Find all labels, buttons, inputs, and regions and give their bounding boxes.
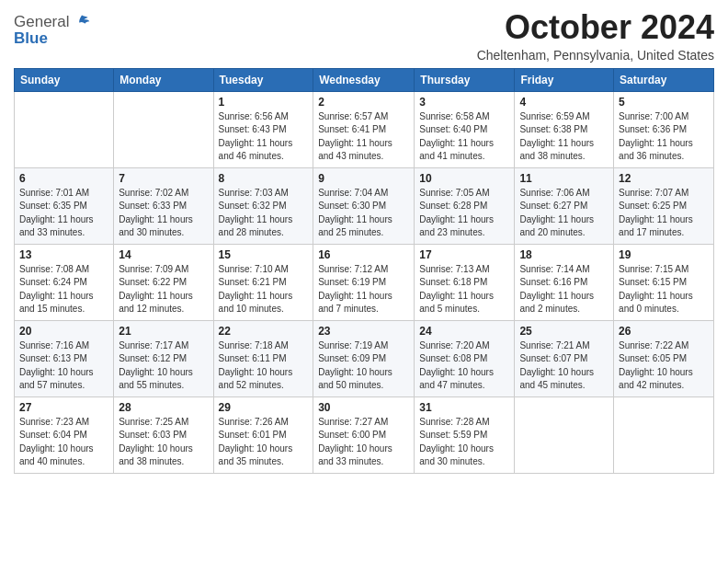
month-title: October 2024 (477, 9, 714, 46)
day-info: Sunrise: 7:25 AMSunset: 6:03 PMDaylight:… (119, 416, 208, 469)
calendar-cell: 24Sunrise: 7:20 AMSunset: 6:08 PMDayligh… (415, 320, 515, 396)
day-info: Sunrise: 6:56 AMSunset: 6:43 PMDaylight:… (219, 110, 309, 164)
day-number: 28 (119, 401, 208, 414)
day-info: Sunrise: 7:01 AMSunset: 6:35 PMDaylight:… (19, 187, 108, 240)
day-info: Sunrise: 7:17 AMSunset: 6:12 PMDaylight:… (119, 339, 208, 393)
day-number: 15 (219, 248, 309, 261)
day-number: 10 (419, 172, 509, 185)
calendar-cell: 11Sunrise: 7:06 AMSunset: 6:27 PMDayligh… (515, 167, 614, 244)
weekday-header-wednesday: Wednesday (313, 68, 415, 91)
day-number: 13 (19, 248, 108, 261)
day-info: Sunrise: 7:20 AMSunset: 6:08 PMDaylight:… (419, 339, 509, 393)
calendar-cell (15, 91, 114, 167)
day-info: Sunrise: 7:10 AMSunset: 6:21 PMDaylight:… (219, 263, 309, 316)
logo-blue-text: Blue (14, 29, 48, 48)
calendar-cell: 29Sunrise: 7:26 AMSunset: 6:01 PMDayligh… (213, 396, 313, 473)
calendar-cell: 10Sunrise: 7:05 AMSunset: 6:28 PMDayligh… (415, 167, 515, 244)
day-info: Sunrise: 6:58 AMSunset: 6:40 PMDaylight:… (419, 110, 509, 164)
calendar-cell: 16Sunrise: 7:12 AMSunset: 6:19 PMDayligh… (313, 244, 415, 320)
day-number: 27 (19, 401, 108, 414)
day-info: Sunrise: 7:27 AMSunset: 6:00 PMDaylight:… (318, 416, 409, 469)
day-info: Sunrise: 7:04 AMSunset: 6:30 PMDaylight:… (318, 187, 409, 240)
day-number: 9 (318, 172, 409, 185)
calendar-cell: 7Sunrise: 7:02 AMSunset: 6:33 PMDaylight… (114, 167, 213, 244)
calendar-cell: 8Sunrise: 7:03 AMSunset: 6:32 PMDaylight… (213, 167, 313, 244)
day-info: Sunrise: 6:59 AMSunset: 6:38 PMDaylight:… (519, 110, 609, 164)
day-number: 12 (619, 172, 709, 185)
day-info: Sunrise: 7:06 AMSunset: 6:27 PMDaylight:… (519, 187, 609, 240)
calendar-cell: 17Sunrise: 7:13 AMSunset: 6:18 PMDayligh… (415, 244, 515, 320)
calendar-cell: 14Sunrise: 7:09 AMSunset: 6:22 PMDayligh… (114, 244, 213, 320)
weekday-header-monday: Monday (114, 68, 213, 91)
day-info: Sunrise: 7:23 AMSunset: 6:04 PMDaylight:… (19, 416, 108, 469)
day-info: Sunrise: 7:02 AMSunset: 6:33 PMDaylight:… (119, 187, 208, 240)
day-info: Sunrise: 7:07 AMSunset: 6:25 PMDaylight:… (619, 187, 709, 240)
day-number: 18 (519, 248, 609, 261)
week-row-2: 13Sunrise: 7:08 AMSunset: 6:24 PMDayligh… (15, 244, 714, 320)
day-info: Sunrise: 7:05 AMSunset: 6:28 PMDaylight:… (419, 187, 509, 240)
day-number: 31 (419, 401, 509, 414)
calendar-cell: 28Sunrise: 7:25 AMSunset: 6:03 PMDayligh… (114, 396, 213, 473)
weekday-header-saturday: Saturday (614, 68, 714, 91)
day-number: 22 (219, 325, 309, 338)
day-number: 7 (119, 172, 208, 185)
day-number: 2 (318, 96, 409, 109)
weekday-header-row: SundayMondayTuesdayWednesdayThursdayFrid… (15, 68, 714, 91)
day-number: 4 (519, 96, 609, 109)
calendar-cell: 21Sunrise: 7:17 AMSunset: 6:12 PMDayligh… (114, 320, 213, 396)
day-number: 21 (119, 325, 208, 338)
calendar-cell: 3Sunrise: 6:58 AMSunset: 6:40 PMDaylight… (415, 91, 515, 167)
page-container: General Blue October 2024 Cheltenham, Pe… (14, 9, 714, 474)
logo: General Blue (14, 13, 91, 48)
calendar-cell: 18Sunrise: 7:14 AMSunset: 6:16 PMDayligh… (515, 244, 614, 320)
calendar-cell (515, 396, 614, 473)
day-number: 6 (19, 172, 108, 185)
day-number: 1 (219, 96, 309, 109)
day-info: Sunrise: 7:12 AMSunset: 6:19 PMDaylight:… (318, 263, 409, 316)
day-number: 26 (619, 325, 709, 338)
logo-bird-icon (73, 13, 91, 31)
day-number: 23 (318, 325, 409, 338)
weekday-header-tuesday: Tuesday (213, 68, 313, 91)
calendar-cell: 22Sunrise: 7:18 AMSunset: 6:11 PMDayligh… (213, 320, 313, 396)
day-info: Sunrise: 7:00 AMSunset: 6:36 PMDaylight:… (619, 110, 709, 164)
day-number: 3 (419, 96, 509, 109)
day-info: Sunrise: 7:21 AMSunset: 6:07 PMDaylight:… (519, 339, 609, 393)
calendar-cell: 26Sunrise: 7:22 AMSunset: 6:05 PMDayligh… (614, 320, 714, 396)
location: Cheltenham, Pennsylvania, United States (477, 48, 714, 63)
week-row-0: 1Sunrise: 6:56 AMSunset: 6:43 PMDaylight… (15, 91, 714, 167)
weekday-header-sunday: Sunday (15, 68, 114, 91)
header: General Blue October 2024 Cheltenham, Pe… (14, 9, 714, 63)
calendar-cell: 20Sunrise: 7:16 AMSunset: 6:13 PMDayligh… (15, 320, 114, 396)
day-number: 24 (419, 325, 509, 338)
calendar-cell: 19Sunrise: 7:15 AMSunset: 6:15 PMDayligh… (614, 244, 714, 320)
logo-general-text: General (14, 13, 69, 31)
calendar-cell: 23Sunrise: 7:19 AMSunset: 6:09 PMDayligh… (313, 320, 415, 396)
calendar-cell: 30Sunrise: 7:27 AMSunset: 6:00 PMDayligh… (313, 396, 415, 473)
day-info: Sunrise: 6:57 AMSunset: 6:41 PMDaylight:… (318, 110, 409, 164)
day-info: Sunrise: 7:09 AMSunset: 6:22 PMDaylight:… (119, 263, 208, 316)
calendar-cell (114, 91, 213, 167)
day-info: Sunrise: 7:18 AMSunset: 6:11 PMDaylight:… (219, 339, 309, 393)
day-number: 20 (19, 325, 108, 338)
day-number: 29 (219, 401, 309, 414)
calendar-cell: 25Sunrise: 7:21 AMSunset: 6:07 PMDayligh… (515, 320, 614, 396)
day-number: 25 (519, 325, 609, 338)
day-number: 8 (219, 172, 309, 185)
day-info: Sunrise: 7:28 AMSunset: 5:59 PMDaylight:… (419, 416, 509, 469)
day-info: Sunrise: 7:15 AMSunset: 6:15 PMDaylight:… (619, 263, 709, 316)
calendar-cell: 27Sunrise: 7:23 AMSunset: 6:04 PMDayligh… (15, 396, 114, 473)
day-number: 14 (119, 248, 208, 261)
day-number: 5 (619, 96, 709, 109)
day-number: 11 (519, 172, 609, 185)
week-row-3: 20Sunrise: 7:16 AMSunset: 6:13 PMDayligh… (15, 320, 714, 396)
day-number: 17 (419, 248, 509, 261)
day-info: Sunrise: 7:13 AMSunset: 6:18 PMDaylight:… (419, 263, 509, 316)
day-number: 16 (318, 248, 409, 261)
day-number: 19 (619, 248, 709, 261)
calendar-cell: 6Sunrise: 7:01 AMSunset: 6:35 PMDaylight… (15, 167, 114, 244)
week-row-1: 6Sunrise: 7:01 AMSunset: 6:35 PMDaylight… (15, 167, 714, 244)
calendar-cell: 9Sunrise: 7:04 AMSunset: 6:30 PMDaylight… (313, 167, 415, 244)
calendar-cell: 5Sunrise: 7:00 AMSunset: 6:36 PMDaylight… (614, 91, 714, 167)
calendar-cell: 1Sunrise: 6:56 AMSunset: 6:43 PMDaylight… (213, 91, 313, 167)
